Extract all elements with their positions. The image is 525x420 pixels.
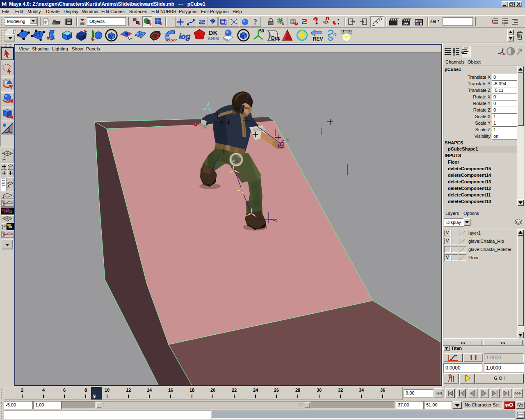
svg-text:Dup: Dup [271,35,280,41]
svg-text:DK: DK [208,29,217,36]
svg-text:export: export [166,38,177,42]
svg-text:50: 50 [259,29,264,33]
svg-text:?: ? [253,18,257,26]
svg-text:REV: REV [313,36,323,42]
svg-text:IPR: IPR [404,22,409,25]
svg-text:ANIM: ANIM [208,36,219,41]
svg-text:log: log [179,32,191,41]
